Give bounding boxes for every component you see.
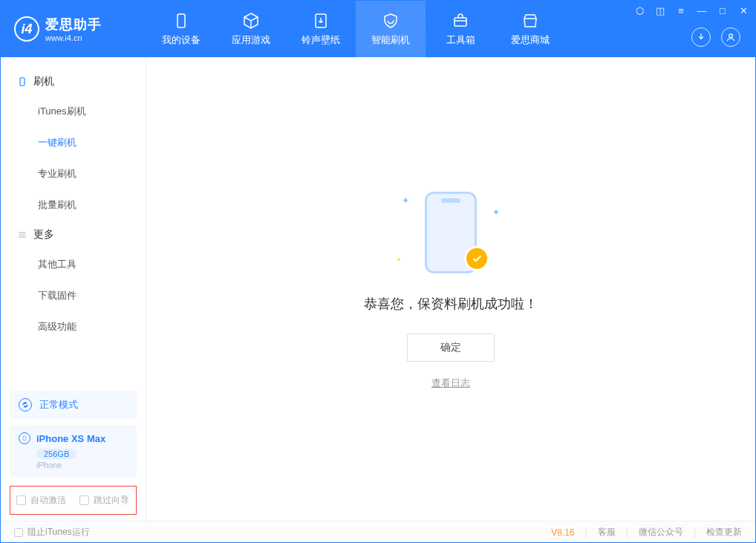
sparkle-icon: ✦ [402,195,409,206]
sidebar-item-download-firmware[interactable]: 下载固件 [1,280,146,311]
feedback-icon[interactable]: ◫ [654,5,666,16]
shop-icon [521,11,540,30]
refresh-shield-icon [381,11,400,30]
sidebar: 刷机 iTunes刷机 一键刷机 专业刷机 批量刷机 更多 其他工具 下载固件 … [1,57,146,521]
app-subtitle: www.i4.cn [45,33,102,42]
logo-icon: i4 [14,16,39,42]
sparkle-icon: • [397,255,400,265]
sidebar-group-more: 更多 [1,221,146,249]
main-tabs: 我的设备 应用游戏 铃声壁纸 智能刷机 工具箱 爱思商城 [146,1,565,57]
tab-my-device[interactable]: 我的设备 [146,1,216,57]
device-name: iPhone XS Max [36,433,105,444]
checkbox-icon [14,528,23,537]
cube-icon [241,11,261,30]
sidebar-item-oneclick-flash[interactable]: 一键刷机 [1,127,146,158]
checkbox-icon [16,495,26,505]
tab-toolbox[interactable]: 工具箱 [426,1,495,57]
device-storage: 256GB [36,449,76,459]
app-title: 爱思助手 [45,16,102,33]
toolbox-icon [451,11,470,30]
svg-rect-4 [20,78,25,86]
minimize-button[interactable]: — [696,5,708,16]
tab-store[interactable]: 爱思商城 [495,1,565,57]
sidebar-group-flash: 刷机 [1,68,146,96]
download-icon[interactable] [691,27,711,47]
check-badge-icon [464,246,489,271]
sidebar-item-pro-flash[interactable]: 专业刷机 [1,158,146,189]
sidebar-item-other-tools[interactable]: 其他工具 [1,249,146,280]
sidebar-item-batch-flash[interactable]: 批量刷机 [1,189,146,221]
main-content: ✦ ✦ • 恭喜您，保资料刷机成功啦！ 确定 查看日志 [146,57,755,521]
checkbox-skip-guide[interactable]: 跳过向导 [79,494,129,507]
confirm-button[interactable]: 确定 [407,334,495,362]
sparkle-icon: ✦ [492,207,500,218]
device-type: iPhone [36,461,128,469]
tab-smart-flash[interactable]: 智能刷机 [356,1,426,57]
sidebar-item-itunes-flash[interactable]: iTunes刷机 [1,96,146,127]
checkbox-icon [79,495,89,505]
footer-link-support[interactable]: 客服 [598,526,616,539]
close-button[interactable]: ✕ [737,5,749,16]
sync-icon [19,398,32,412]
tab-ringtone-wallpaper[interactable]: 铃声壁纸 [286,1,356,57]
mode-card[interactable]: 正常模式 [10,391,137,419]
device-icon [172,11,191,30]
logo-area: i4 爱思助手 www.i4.cn [1,16,146,42]
success-illustration: ✦ ✦ • [406,188,495,277]
status-bar: 阻止iTunes运行 V8.16 | 客服 | 微信公众号 | 检查更新 [1,521,755,543]
options-highlight: 自动激活 跳过向导 [10,486,137,515]
tshirt-icon[interactable]: ⬡ [633,5,645,16]
svg-point-3 [729,34,733,38]
view-log-link[interactable]: 查看日志 [431,377,470,390]
maximize-button[interactable]: □ [717,5,729,16]
svg-rect-5 [23,436,25,440]
sidebar-item-advanced[interactable]: 高级功能 [1,311,146,342]
header-action-icons [691,27,740,47]
svg-rect-2 [454,18,466,26]
menu-icon[interactable]: ≡ [675,5,687,16]
app-header: i4 爱思助手 www.i4.cn 我的设备 应用游戏 铃声壁纸 智能刷机 工具… [1,1,755,57]
checkbox-auto-activate[interactable]: 自动激活 [16,494,66,507]
device-card[interactable]: iPhone XS Max 256GB iPhone [10,425,137,477]
window-controls: ⬡ ◫ ≡ — □ ✕ [633,5,749,16]
footer-link-update[interactable]: 检查更新 [706,526,742,539]
footer-link-wechat[interactable]: 微信公众号 [639,526,683,539]
checkbox-block-itunes[interactable]: 阻止iTunes运行 [14,526,90,539]
phone-icon [19,432,30,444]
version-label: V8.16 [551,527,574,538]
tab-apps-games[interactable]: 应用游戏 [216,1,286,57]
svg-rect-0 [177,14,185,27]
music-note-icon [311,11,330,30]
success-message: 恭喜您，保资料刷机成功啦！ [364,295,538,313]
user-icon[interactable] [721,27,740,47]
